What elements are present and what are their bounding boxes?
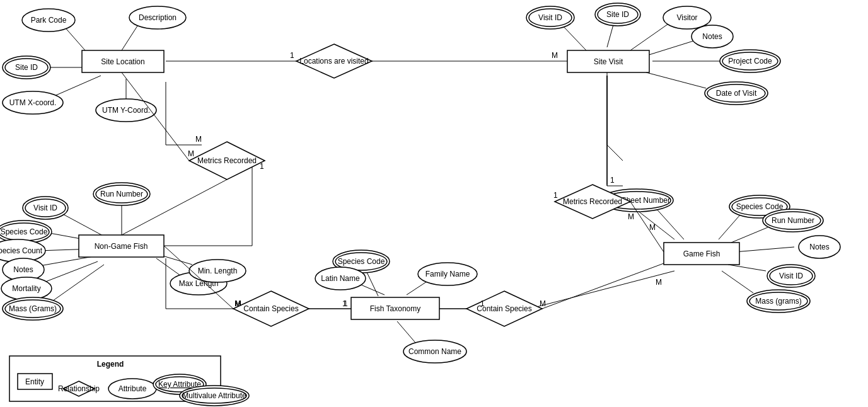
legend-multivalue-label: Multivalue Attribute	[182, 391, 246, 400]
svg-line-83	[44, 261, 98, 282]
svg-line-109	[656, 208, 684, 239]
svg-text:Notes: Notes	[809, 243, 829, 251]
svg-text:M: M	[234, 299, 241, 308]
svg-line-80	[40, 256, 93, 266]
svg-text:1: 1	[342, 299, 347, 308]
rel-metrics-right-label: Metrics Recorded	[563, 197, 622, 206]
svg-text:UTM Y-Coord.: UTM Y-Coord.	[102, 106, 150, 115]
svg-text:Visit ID: Visit ID	[33, 203, 57, 212]
svg-text:Project Code: Project Code	[728, 57, 772, 66]
svg-text:1: 1	[553, 191, 558, 200]
svg-text:Latin Name: Latin Name	[321, 274, 360, 283]
rel-metrics-left-label: Metrics Recorded	[197, 156, 257, 165]
entity-site-visit-label: Site Visit	[594, 57, 623, 66]
svg-line-30	[122, 24, 139, 50]
svg-text:M: M	[649, 223, 656, 232]
svg-line-106	[397, 321, 416, 343]
svg-line-113	[719, 214, 741, 239]
svg-text:Date of Visit: Date of Visit	[716, 89, 757, 98]
svg-text:Species Code: Species Code	[736, 202, 784, 211]
svg-line-128	[722, 271, 753, 293]
svg-text:1: 1	[480, 299, 485, 308]
rel-contain-right-label: Contain Species	[477, 304, 531, 313]
legend-relationship-label: Relationship	[58, 384, 100, 393]
svg-line-147	[542, 263, 664, 309]
svg-text:Species Code: Species Code	[338, 257, 385, 266]
svg-text:Species Code: Species Code	[1, 227, 48, 236]
svg-text:Site ID: Site ID	[15, 63, 38, 72]
svg-text:Mortality: Mortality	[12, 284, 40, 293]
svg-line-22	[529, 271, 674, 309]
svg-line-103	[407, 280, 429, 295]
svg-text:Family Name: Family Name	[425, 270, 470, 278]
svg-text:Min. Length: Min. Length	[198, 267, 238, 275]
svg-line-51	[630, 24, 668, 50]
svg-line-37	[50, 76, 101, 98]
svg-line-96	[366, 270, 378, 296]
svg-text:1: 1	[610, 176, 615, 185]
svg-text:Notes: Notes	[702, 32, 722, 41]
svg-text:M: M	[540, 299, 546, 308]
svg-line-100	[358, 284, 385, 295]
svg-line-124	[728, 265, 766, 271]
svg-line-61	[646, 72, 706, 88]
svg-text:UTM X-coord.: UTM X-coord.	[9, 98, 57, 107]
svg-text:Park Code: Park Code	[31, 16, 67, 25]
svg-text:M: M	[188, 149, 194, 158]
svg-line-25	[607, 145, 623, 161]
svg-line-69	[63, 214, 104, 236]
svg-line-117	[731, 227, 769, 243]
svg-text:M: M	[195, 135, 202, 144]
svg-line-90	[156, 258, 183, 277]
rel-locations-visited-label: Locations are visited	[299, 57, 368, 66]
entity-site-location-label: Site Location	[101, 57, 144, 66]
svg-text:Visit ID: Visit ID	[779, 272, 803, 280]
svg-text:Notes: Notes	[13, 265, 33, 274]
svg-text:Visit ID: Visit ID	[538, 13, 562, 22]
svg-line-54	[643, 41, 693, 57]
entity-game-fish-label: Game Fish	[683, 249, 720, 258]
svg-line-43	[561, 24, 586, 50]
svg-text:Common Name: Common Name	[408, 347, 461, 356]
svg-line-86	[50, 265, 104, 302]
legend-entity-label: Entity	[25, 377, 44, 386]
svg-text:1: 1	[290, 51, 294, 60]
svg-text:Mass (grams): Mass (grams)	[755, 297, 801, 306]
svg-text:Mass (Grams): Mass (Grams)	[9, 304, 57, 313]
entity-non-game-fish-label: Non-Game Fish	[95, 242, 148, 251]
svg-text:M: M	[628, 212, 634, 221]
legend-attribute-label: Attribute	[119, 384, 147, 393]
svg-text:Visitor: Visitor	[676, 13, 697, 22]
svg-text:Run Number: Run Number	[100, 190, 143, 198]
rel-contain-left-label: Contain Species	[243, 304, 298, 313]
svg-line-121	[734, 247, 794, 252]
svg-text:Site ID: Site ID	[606, 10, 629, 19]
svg-text:Run Number: Run Number	[772, 216, 814, 225]
svg-text:M: M	[552, 51, 558, 60]
entity-fish-taxonomy-label: Fish Taxonomy	[370, 304, 420, 313]
svg-text:Description: Description	[139, 13, 176, 22]
legend-title: Legend	[97, 360, 124, 369]
svg-text:1: 1	[260, 162, 264, 171]
svg-text:Species Count: Species Count	[0, 246, 43, 255]
svg-text:M: M	[656, 278, 662, 287]
